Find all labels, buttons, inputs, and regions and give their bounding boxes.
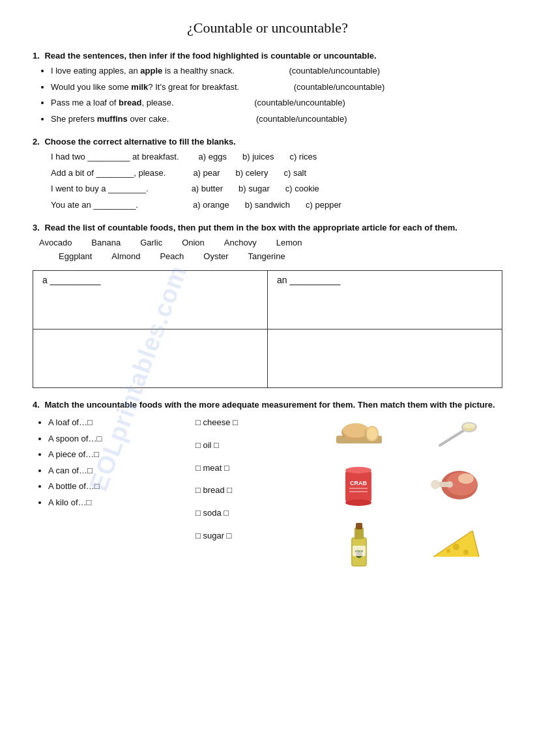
match-middle-meat: □ meat □ (195, 462, 306, 475)
bread-svg (333, 416, 385, 455)
section-1: 1. Read the sentences, then infer if the… (33, 51, 502, 125)
svg-text:olive: olive (355, 549, 364, 553)
meat-svg (430, 460, 482, 509)
food-garlic: Garlic (140, 238, 162, 247)
match-middle-bread: □ bread □ (195, 484, 306, 497)
svg-point-33 (453, 544, 459, 550)
food-avocado: Avocado (39, 238, 72, 247)
s2-q2-text: Add a bit of ________, please. (51, 167, 166, 180)
svg-rect-26 (356, 523, 362, 529)
section-4-number: 4. (33, 400, 40, 410)
highlight-muffins: muffins (97, 114, 128, 124)
cheese-svg (430, 521, 482, 567)
img-can: CRAB (313, 460, 405, 509)
answer-2: (countable/uncountable) (294, 82, 385, 92)
answer-1: (countable/uncountable) (289, 66, 380, 76)
can-svg: CRAB (338, 460, 380, 509)
img-bread (313, 416, 405, 455)
food-lemon: Lemon (276, 238, 302, 247)
col-a-body (33, 329, 268, 388)
list-item: Pass me a loaf of bread, please. (counta… (51, 96, 502, 109)
answer-3: (countable/uncountable) (254, 98, 345, 107)
s2-q1-a: a) eggs (199, 150, 227, 163)
svg-point-35 (446, 549, 450, 553)
s2-q3-b: b) sugar (239, 182, 270, 195)
svg-point-34 (463, 550, 469, 555)
match-middle-sugar: □ sugar □ (195, 529, 306, 543)
section-3-instruction: Read the list of countable foods, then p… (44, 223, 457, 232)
list-item: I went to buy a ________. a) butter b) s… (51, 182, 502, 195)
match-left-item-5: A bottle of…□ (48, 480, 176, 493)
svg-point-3 (343, 423, 369, 438)
section-3: 3. Read the list of countable foods, the… (33, 223, 502, 388)
s2-q4-text: You ate an _________. (51, 199, 138, 212)
match-middle-cheese: □ cheese □ (195, 416, 306, 430)
svg-rect-15 (349, 488, 368, 489)
s2-q1-c: c) rices (289, 150, 317, 163)
highlight-apple: apple (140, 66, 162, 76)
highlight-milk: milk (131, 82, 148, 92)
s2-q2-a: a) pear (193, 167, 220, 180)
s2-q2-c: c) salt (283, 167, 306, 180)
section-2-instruction: Choose the correct alternative to fill t… (44, 137, 235, 147)
col-a-header: a __________ (33, 271, 268, 329)
col-an-header: an __________ (268, 271, 502, 329)
match-left-item-4: A can of…□ (48, 464, 176, 477)
s2-q3-a: a) butter (192, 182, 223, 195)
match-left-item-6: A kilo of…□ (48, 496, 176, 509)
list-item: She prefers muffins over cake. (countabl… (51, 113, 502, 126)
svg-point-13 (345, 499, 371, 506)
match-right: CRAB (306, 416, 502, 573)
s2-q4-b: b) sandwich (245, 199, 290, 212)
section-1-number: 1. (33, 51, 40, 61)
list-item: Add a bit of ________, please. a) pear b… (51, 167, 502, 180)
list-item: I had two _________ at breakfast. a) egg… (51, 150, 502, 163)
food-anchovy: Anchovy (224, 238, 257, 247)
svg-rect-11 (345, 470, 371, 503)
svg-point-22 (446, 481, 453, 488)
s2-q4-c: c) pepper (306, 199, 341, 212)
match-middle-oil: □ oil □ (195, 439, 306, 453)
list-item: Would you like some milk? It's great for… (51, 81, 502, 94)
section-1-instruction: Read the sentences, then infer if the fo… (44, 51, 376, 61)
food-tangerine: Tangerine (248, 251, 285, 261)
section-2-list: I had two _________ at breakfast. a) egg… (33, 150, 502, 211)
section-3-number: 3. (33, 223, 40, 232)
section-4: 4. Match the uncountable foods with the … (33, 400, 502, 573)
svg-point-5 (367, 427, 377, 440)
s2-q3-c: c) cookie (285, 182, 319, 195)
img-spoon-powder (411, 416, 503, 455)
match-left-item-3: A piece of…□ (48, 448, 176, 461)
s2-q4-a: a) orange (193, 199, 229, 212)
img-cheese (411, 521, 503, 567)
food-almond: Almond (111, 251, 140, 261)
article-table: a __________ an __________ (33, 270, 502, 388)
match-left: A loaf of…□ A spoon of…□ A piece of…□ A … (33, 416, 176, 573)
food-eggplant: Eggplant (59, 251, 92, 261)
svg-point-19 (458, 473, 474, 484)
s2-q1-text: I had two _________ at breakfast. (51, 150, 179, 163)
oil-svg: olive (340, 514, 379, 573)
section-4-instruction: Match the uncountable foods with the mor… (44, 400, 495, 410)
answer-4: (countable/uncountable) (256, 114, 347, 124)
section-2: 2. Choose the correct alternative to fil… (33, 137, 502, 211)
highlight-bread: bread (119, 98, 141, 107)
img-oil-bottle: olive (313, 514, 405, 573)
food-words-list-2: Eggplant Almond Peach Oyster Tangerine (33, 251, 502, 261)
list-item: You ate an _________. a) orange b) sandw… (51, 199, 502, 212)
s2-q3-text: I went to buy a ________. (51, 182, 149, 195)
page-title: ¿Countable or uncountable? (33, 20, 502, 36)
section-2-number: 2. (33, 137, 40, 147)
s2-q2-b: b) celery (236, 167, 268, 180)
food-banana: Banana (91, 238, 121, 247)
svg-text:CRAB: CRAB (350, 480, 367, 486)
svg-point-21 (431, 480, 440, 489)
food-oyster: Oyster (203, 251, 228, 261)
svg-point-12 (345, 467, 371, 473)
svg-rect-16 (349, 491, 368, 492)
match-middle-soda: □ soda □ (195, 507, 306, 520)
match-section: A loaf of…□ A spoon of…□ A piece of…□ A … (33, 416, 502, 573)
match-middle: □ cheese □ □ oil □ □ meat □ □ bread □ □ … (176, 416, 306, 573)
col-an-body (268, 329, 502, 388)
food-peach: Peach (160, 251, 184, 261)
